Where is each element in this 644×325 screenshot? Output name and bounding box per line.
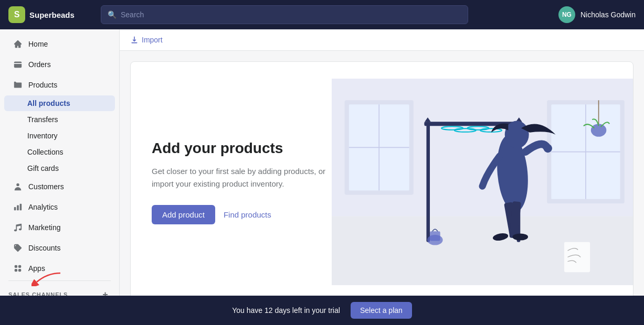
sidebar: Home Orders Products All products [0,29,120,296]
add-product-button[interactable]: Add product [152,205,215,224]
marketing-icon [13,222,23,233]
hero-text: Add your products Get closer to your fir… [131,119,357,245]
sidebar-item-orders-label: Orders [28,60,51,69]
sidebar-item-discounts-label: Discounts [28,244,60,252]
sales-channels-label: SALES CHANNELS [8,291,68,296]
toolbar: Import [120,29,644,51]
analytics-icon [13,202,23,212]
gift-cards-label: Gift cards [27,164,59,172]
svg-point-27 [512,233,528,240]
customers-icon [13,181,23,192]
sidebar-item-products[interactable]: Products [4,75,115,95]
inventory-label: Inventory [27,132,58,140]
import-icon [130,36,139,44]
sidebar-item-discounts[interactable]: Discounts [4,238,115,258]
all-products-label: All products [27,99,70,107]
svg-point-28 [505,121,529,148]
sidebar-item-marketing[interactable]: Marketing [4,218,115,237]
search-bar[interactable]: 🔍 [101,5,468,24]
sidebar-item-products-label: Products [28,81,57,89]
sidebar-item-customers[interactable]: Customers [4,177,115,197]
sidebar-item-customers-label: Customers [28,182,64,191]
user-area[interactable]: NG Nicholas Godwin [558,6,636,23]
hero-illustration [332,62,633,296]
trial-message: You have 12 days left in your trial [232,306,340,315]
brand-logo[interactable]: S Superbeads [8,6,92,23]
import-button[interactable]: Import [130,36,163,44]
sidebar-nav: Home Orders Products All products [0,29,119,296]
products-icon [13,80,23,90]
brand-name: Superbeads [29,10,75,19]
sidebar-item-home[interactable]: Home [4,34,115,54]
select-plan-button[interactable]: Select a plan [351,302,412,319]
home-icon [13,39,23,49]
orders-icon [13,59,23,70]
import-label: Import [142,36,163,44]
main-content: Import [120,29,644,296]
svg-rect-12 [426,122,430,242]
sidebar-item-home-label: Home [28,40,48,48]
sidebar-item-all-products[interactable]: All products [4,95,115,111]
brand-icon: S [8,6,25,23]
hero-title: Add your products [152,140,336,157]
top-nav: S Superbeads 🔍 NG Nicholas Godwin [0,0,644,29]
svg-point-29 [543,144,552,153]
sidebar-item-marketing-label: Marketing [28,223,60,232]
sidebar-item-analytics-label: Analytics [28,203,58,211]
find-products-button[interactable]: Find products [224,210,271,219]
sidebar-item-transfers[interactable]: Transfers [4,112,115,127]
sidebar-item-inventory[interactable]: Inventory [4,128,115,144]
transfers-label: Transfers [27,115,58,124]
hero-actions: Add product Find products [152,205,336,224]
hero-area: Add your products Get closer to your fir… [130,61,634,296]
apps-icon [13,263,23,274]
sales-channels-section: SALES CHANNELS + [0,283,119,296]
search-icon: 🔍 [108,10,117,19]
nav-divider [8,280,111,281]
user-name: Nicholas Godwin [580,10,636,19]
search-input[interactable] [121,10,461,19]
sidebar-item-apps[interactable]: Apps [4,258,115,278]
collections-label: Collections [27,148,63,156]
add-sales-channel-button[interactable]: + [100,289,111,296]
sidebar-item-gift-cards[interactable]: Gift cards [4,160,115,176]
hero-description: Get closer to your first sale by adding … [152,165,336,190]
discounts-icon [13,243,23,253]
sidebar-item-analytics[interactable]: Analytics [4,197,115,217]
sidebar-item-orders[interactable]: Orders [4,55,115,74]
sidebar-item-apps-label: Apps [28,264,45,273]
sidebar-item-collections[interactable]: Collections [4,144,115,160]
trial-bar: You have 12 days left in your trial Sele… [0,296,644,325]
layout: Home Orders Products All products [0,29,644,296]
svg-rect-32 [430,231,440,241]
avatar: NG [558,6,575,23]
